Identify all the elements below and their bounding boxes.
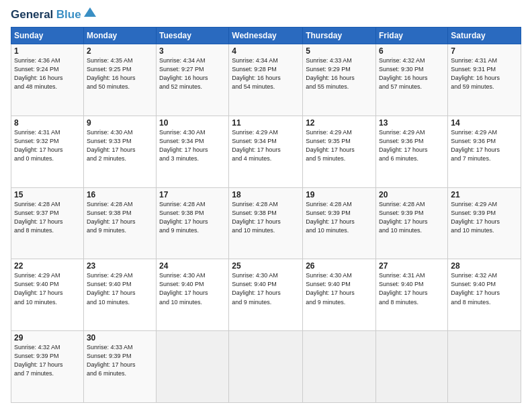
day-number: 18 <box>232 190 300 199</box>
day-number: 22 <box>14 261 81 271</box>
day-number: 24 <box>159 261 226 271</box>
calendar-cell: 11Sunrise: 4:29 AM Sunset: 9:34 PM Dayli… <box>229 116 303 187</box>
calendar-header-monday: Monday <box>83 28 156 44</box>
calendar-cell: 26Sunrise: 4:30 AM Sunset: 9:40 PM Dayli… <box>303 259 376 331</box>
day-info: Sunrise: 4:29 AM Sunset: 9:39 PM Dayligh… <box>451 200 518 235</box>
day-info: Sunrise: 4:32 AM Sunset: 9:39 PM Dayligh… <box>14 343 81 378</box>
page: General Blue SundayMondayTuesdayWednesda… <box>0 0 532 411</box>
day-info: Sunrise: 4:30 AM Sunset: 9:40 PM Dayligh… <box>306 271 373 306</box>
calendar-cell: 7Sunrise: 4:31 AM Sunset: 9:31 PM Daylig… <box>448 44 521 116</box>
calendar-cell: 27Sunrise: 4:31 AM Sunset: 9:40 PM Dayli… <box>376 259 448 331</box>
day-info: Sunrise: 4:31 AM Sunset: 9:40 PM Dayligh… <box>379 271 445 306</box>
calendar-week-5: 29Sunrise: 4:32 AM Sunset: 9:39 PM Dayli… <box>11 331 521 403</box>
day-number: 14 <box>451 118 518 128</box>
calendar-header-row: SundayMondayTuesdayWednesdayThursdayFrid… <box>11 28 521 44</box>
day-number: 5 <box>306 46 373 56</box>
calendar-header-thursday: Thursday <box>303 28 376 44</box>
day-info: Sunrise: 4:30 AM Sunset: 9:34 PM Dayligh… <box>159 128 226 163</box>
calendar-cell: 29Sunrise: 4:32 AM Sunset: 9:39 PM Dayli… <box>11 331 84 403</box>
day-number: 25 <box>232 261 300 271</box>
day-number: 30 <box>87 333 153 342</box>
day-number: 21 <box>451 190 518 199</box>
day-number: 1 <box>14 46 81 56</box>
calendar-cell: 2Sunrise: 4:35 AM Sunset: 9:25 PM Daylig… <box>83 44 156 116</box>
day-number: 8 <box>14 118 81 128</box>
calendar-cell: 28Sunrise: 4:32 AM Sunset: 9:40 PM Dayli… <box>448 259 521 331</box>
calendar-cell: 13Sunrise: 4:29 AM Sunset: 9:36 PM Dayli… <box>376 116 448 187</box>
calendar-cell <box>157 331 229 403</box>
calendar-cell <box>376 331 448 403</box>
day-number: 4 <box>232 46 300 56</box>
day-info: Sunrise: 4:28 AM Sunset: 9:38 PM Dayligh… <box>232 200 300 235</box>
day-number: 3 <box>159 46 226 56</box>
day-info: Sunrise: 4:31 AM Sunset: 9:31 PM Dayligh… <box>451 56 518 91</box>
day-number: 13 <box>379 118 445 128</box>
day-info: Sunrise: 4:29 AM Sunset: 9:35 PM Dayligh… <box>306 128 373 163</box>
day-number: 23 <box>87 261 153 271</box>
calendar-cell: 12Sunrise: 4:29 AM Sunset: 9:35 PM Dayli… <box>303 116 376 187</box>
day-info: Sunrise: 4:30 AM Sunset: 9:33 PM Dayligh… <box>87 128 153 163</box>
day-number: 19 <box>306 190 373 199</box>
calendar-cell: 23Sunrise: 4:29 AM Sunset: 9:40 PM Dayli… <box>83 259 156 331</box>
day-info: Sunrise: 4:29 AM Sunset: 9:36 PM Dayligh… <box>451 128 518 163</box>
day-info: Sunrise: 4:28 AM Sunset: 9:38 PM Dayligh… <box>87 200 153 235</box>
day-info: Sunrise: 4:29 AM Sunset: 9:36 PM Dayligh… <box>379 128 445 163</box>
day-info: Sunrise: 4:29 AM Sunset: 9:40 PM Dayligh… <box>87 271 153 306</box>
calendar-header-sunday: Sunday <box>11 28 84 44</box>
day-number: 15 <box>14 190 81 199</box>
day-number: 2 <box>87 46 153 56</box>
calendar-cell: 24Sunrise: 4:30 AM Sunset: 9:40 PM Dayli… <box>157 259 229 331</box>
day-number: 20 <box>379 190 445 199</box>
calendar-cell: 5Sunrise: 4:33 AM Sunset: 9:29 PM Daylig… <box>303 44 376 116</box>
calendar-cell: 9Sunrise: 4:30 AM Sunset: 9:33 PM Daylig… <box>83 116 156 187</box>
calendar-cell: 17Sunrise: 4:28 AM Sunset: 9:38 PM Dayli… <box>157 187 229 259</box>
day-info: Sunrise: 4:28 AM Sunset: 9:37 PM Dayligh… <box>14 200 81 235</box>
day-info: Sunrise: 4:29 AM Sunset: 9:40 PM Dayligh… <box>14 271 81 306</box>
day-info: Sunrise: 4:32 AM Sunset: 9:30 PM Dayligh… <box>379 56 445 91</box>
day-number: 28 <box>451 261 518 271</box>
calendar-cell <box>229 331 303 403</box>
calendar-cell: 3Sunrise: 4:34 AM Sunset: 9:27 PM Daylig… <box>157 44 229 116</box>
day-info: Sunrise: 4:30 AM Sunset: 9:40 PM Dayligh… <box>159 271 226 306</box>
day-number: 11 <box>232 118 300 128</box>
calendar-header-friday: Friday <box>376 28 448 44</box>
day-number: 9 <box>87 118 153 128</box>
calendar-cell: 21Sunrise: 4:29 AM Sunset: 9:39 PM Dayli… <box>448 187 521 259</box>
calendar-cell: 19Sunrise: 4:28 AM Sunset: 9:39 PM Dayli… <box>303 187 376 259</box>
calendar-week-2: 8Sunrise: 4:31 AM Sunset: 9:32 PM Daylig… <box>11 116 521 187</box>
day-info: Sunrise: 4:36 AM Sunset: 9:24 PM Dayligh… <box>14 56 81 91</box>
logo: General Blue <box>11 8 96 21</box>
day-info: Sunrise: 4:28 AM Sunset: 9:39 PM Dayligh… <box>306 200 373 235</box>
day-number: 29 <box>14 333 81 342</box>
calendar-cell: 30Sunrise: 4:33 AM Sunset: 9:39 PM Dayli… <box>83 331 156 403</box>
day-info: Sunrise: 4:31 AM Sunset: 9:32 PM Dayligh… <box>14 128 81 163</box>
day-info: Sunrise: 4:33 AM Sunset: 9:29 PM Dayligh… <box>306 56 373 91</box>
day-number: 16 <box>87 190 153 199</box>
day-info: Sunrise: 4:34 AM Sunset: 9:28 PM Dayligh… <box>232 56 300 91</box>
calendar-cell: 15Sunrise: 4:28 AM Sunset: 9:37 PM Dayli… <box>11 187 84 259</box>
day-info: Sunrise: 4:35 AM Sunset: 9:25 PM Dayligh… <box>87 56 153 91</box>
day-number: 26 <box>306 261 373 271</box>
calendar-cell: 22Sunrise: 4:29 AM Sunset: 9:40 PM Dayli… <box>11 259 84 331</box>
calendar-table: SundayMondayTuesdayWednesdayThursdayFrid… <box>11 27 521 403</box>
calendar-cell: 8Sunrise: 4:31 AM Sunset: 9:32 PM Daylig… <box>11 116 84 187</box>
calendar-cell: 10Sunrise: 4:30 AM Sunset: 9:34 PM Dayli… <box>157 116 229 187</box>
calendar-header-wednesday: Wednesday <box>229 28 303 44</box>
day-info: Sunrise: 4:28 AM Sunset: 9:39 PM Dayligh… <box>379 200 445 235</box>
logo-general: General <box>11 8 53 21</box>
day-info: Sunrise: 4:30 AM Sunset: 9:40 PM Dayligh… <box>232 271 300 306</box>
day-info: Sunrise: 4:32 AM Sunset: 9:40 PM Dayligh… <box>451 271 518 306</box>
calendar-week-4: 22Sunrise: 4:29 AM Sunset: 9:40 PM Dayli… <box>11 259 521 331</box>
calendar-cell: 18Sunrise: 4:28 AM Sunset: 9:38 PM Dayli… <box>229 187 303 259</box>
svg-marker-0 <box>84 7 96 17</box>
calendar-cell: 4Sunrise: 4:34 AM Sunset: 9:28 PM Daylig… <box>229 44 303 116</box>
calendar-cell <box>448 331 521 403</box>
day-number: 10 <box>159 118 226 128</box>
day-number: 6 <box>379 46 445 56</box>
calendar-cell: 14Sunrise: 4:29 AM Sunset: 9:36 PM Dayli… <box>448 116 521 187</box>
calendar-week-3: 15Sunrise: 4:28 AM Sunset: 9:37 PM Dayli… <box>11 187 521 259</box>
calendar-header-tuesday: Tuesday <box>157 28 229 44</box>
logo-triangle-icon <box>84 7 96 17</box>
calendar-cell: 6Sunrise: 4:32 AM Sunset: 9:30 PM Daylig… <box>376 44 448 116</box>
calendar-cell: 20Sunrise: 4:28 AM Sunset: 9:39 PM Dayli… <box>376 187 448 259</box>
